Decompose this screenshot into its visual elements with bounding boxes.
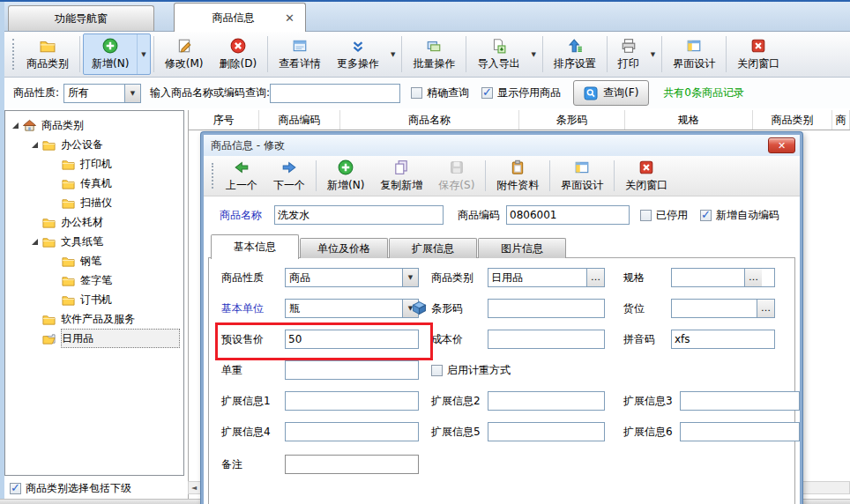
dialog-add-button[interactable]: 新增(N) <box>319 156 372 196</box>
dialog-ui-design-button[interactable]: 界面设计 <box>553 156 611 196</box>
toolbar-grip-handle[interactable] <box>212 163 213 189</box>
tree-item-label: 商品类别 <box>41 118 84 133</box>
save-button[interactable]: 保存(S) <box>430 156 482 196</box>
show-disabled-checkbox[interactable] <box>481 87 493 99</box>
disabled-checkbox-row[interactable]: 已停用 <box>640 208 688 223</box>
ellipsis-browse-button[interactable]: … <box>757 300 774 317</box>
attachments-button[interactable]: 附件资料 <box>488 156 547 196</box>
edit-button[interactable]: 修改(M) <box>157 32 212 77</box>
column-header-category[interactable]: 商品类别 <box>753 110 832 130</box>
print-button[interactable]: 打印 <box>610 32 647 77</box>
ellipsis-browse-button[interactable]: … <box>744 269 762 286</box>
tree-item-scanner[interactable]: 扫描仪 <box>5 193 183 212</box>
spec-lookup-field[interactable]: … <box>671 268 775 287</box>
ui-design-button[interactable]: 界面设计 <box>665 32 723 77</box>
category-button[interactable]: 商品类别 <box>19 32 77 77</box>
location-lookup-field[interactable]: … <box>671 299 775 318</box>
next-button[interactable]: 下一个 <box>265 156 313 196</box>
ext5-input[interactable] <box>488 422 605 441</box>
expander-icon[interactable] <box>28 239 41 245</box>
chevron-down-icon[interactable]: ▼ <box>402 269 418 286</box>
tree-item-fax[interactable]: 传真机 <box>5 174 183 193</box>
more-actions-dropdown-button[interactable]: ▼ <box>387 32 399 77</box>
tab-unit-price[interactable]: 单位及价格 <box>300 238 388 258</box>
tree-item-daily-goods[interactable]: 日用品 <box>5 329 183 348</box>
nature-combobox[interactable]: 商品 ▼ <box>285 268 419 287</box>
exact-query-checkbox-row[interactable]: 精确查询 <box>411 85 469 100</box>
tab-picture-info[interactable]: 图片信息 <box>478 238 566 258</box>
more-actions-button[interactable]: 更多操作 <box>329 32 387 77</box>
barcode-input[interactable] <box>488 299 605 318</box>
preset-price-input[interactable] <box>285 330 419 349</box>
product-name-input[interactable] <box>274 205 444 225</box>
add-dropdown-button[interactable]: ▼ <box>137 34 149 74</box>
auto-code-checkbox-row[interactable]: 新增自动编码 <box>700 208 779 223</box>
disabled-checkbox[interactable] <box>640 210 652 221</box>
view-detail-button[interactable]: 查看详情 <box>271 32 329 77</box>
auto-code-checkbox[interactable] <box>700 210 712 221</box>
scroll-left-icon[interactable]: ◄ <box>189 484 197 492</box>
category-lookup-field[interactable]: 日用品 … <box>488 268 605 287</box>
copy-add-button[interactable]: 复制新增 <box>372 156 430 196</box>
tree-item-software[interactable]: 软件产品及服务 <box>5 309 183 329</box>
ext6-input[interactable] <box>680 422 800 441</box>
remark-input[interactable] <box>285 455 419 474</box>
tab-extended-info[interactable]: 扩展信息 <box>389 238 477 258</box>
expander-icon[interactable] <box>28 142 41 148</box>
include-subcategories-checkbox[interactable] <box>10 483 21 494</box>
column-header-name[interactable]: 商品名称 <box>340 110 519 130</box>
column-header-partial[interactable]: 商 <box>832 110 850 130</box>
cost-price-input[interactable] <box>488 330 605 349</box>
search-input[interactable] <box>270 84 400 103</box>
show-disabled-checkbox-row[interactable]: 显示停用商品 <box>481 85 561 100</box>
pinyin-input[interactable] <box>671 330 775 349</box>
tree-item-printer[interactable]: 打印机 <box>5 154 183 174</box>
close-tab-icon[interactable]: ✕ <box>283 12 296 24</box>
import-export-button[interactable]: 导入导出 <box>469 32 527 77</box>
tab-product-info[interactable]: 商品信息 ✕ <box>174 3 306 32</box>
tab-function-nav[interactable]: 功能导航窗 <box>8 5 154 31</box>
dialog-close-button[interactable]: ✕ <box>768 137 795 153</box>
tree-item-office-equipment[interactable]: 办公设备 <box>5 135 183 154</box>
exact-query-checkbox[interactable] <box>411 87 422 99</box>
ext2-input[interactable] <box>488 391 605 411</box>
product-code-input[interactable] <box>506 205 630 225</box>
dialog-close-window-button[interactable]: 关闭窗口 <box>617 156 675 196</box>
ext3-input[interactable] <box>680 391 800 411</box>
column-header-barcode[interactable]: 条形码 <box>519 110 625 130</box>
dialog-titlebar[interactable]: 商品信息 - 修改 <box>204 135 800 156</box>
delete-button[interactable]: 删除(D) <box>211 32 265 77</box>
close-window-button[interactable]: 关闭窗口 <box>729 32 787 77</box>
weigh-mode-checkbox-row[interactable]: 启用计重方式 <box>431 359 511 381</box>
ext1-input[interactable] <box>285 391 419 411</box>
column-header-seq[interactable]: 序号 <box>189 110 259 130</box>
query-button[interactable]: 查询(F) <box>573 80 649 106</box>
tree-item-gel-pen[interactable]: 签字笔 <box>5 271 183 290</box>
weigh-mode-checkbox[interactable] <box>431 365 443 376</box>
chevron-down-icon[interactable]: ▼ <box>124 85 140 102</box>
column-header-code[interactable]: 商品编码 <box>259 110 340 130</box>
toolbar-grip-handle[interactable] <box>12 39 14 70</box>
tree-item-stationery[interactable]: 文具纸笔 <box>5 232 183 251</box>
print-dropdown-button[interactable]: ▼ <box>647 32 659 77</box>
chevron-down-icon: ▼ <box>141 51 145 58</box>
add-button[interactable]: 新增(N) <box>84 34 137 74</box>
previous-button[interactable]: 上一个 <box>218 156 265 196</box>
tab-basic-info[interactable]: 基本信息 <box>211 234 299 259</box>
unit-weight-input[interactable] <box>285 360 419 380</box>
nature-filter-combobox[interactable]: 所有 ▼ <box>63 84 141 103</box>
form-row: 扩展信息4 扩展信息5 扩展信息6 <box>209 421 794 442</box>
tree-item-office-consumables[interactable]: 办公耗材 <box>5 212 183 232</box>
ellipsis-browse-button[interactable]: … <box>586 269 604 286</box>
batch-operations-button[interactable]: 批量操作 <box>405 32 463 77</box>
column-header-spec[interactable]: 规格 <box>625 110 753 130</box>
import-export-dropdown-button[interactable]: ▼ <box>527 32 539 77</box>
sort-settings-button[interactable]: 排序设置 <box>546 32 604 77</box>
tree-item-pen[interactable]: 钢笔 <box>5 251 183 271</box>
expander-icon[interactable] <box>9 122 22 129</box>
base-unit-combobox[interactable]: 瓶 ▼ <box>285 299 419 318</box>
tree-item-root[interactable]: 商品类别 <box>5 115 183 135</box>
ext4-input[interactable] <box>285 422 419 441</box>
include-subcategories-checkbox-row[interactable]: 商品类别选择包括下级 <box>10 481 131 496</box>
tree-item-stapler[interactable]: 订书机 <box>5 290 183 309</box>
